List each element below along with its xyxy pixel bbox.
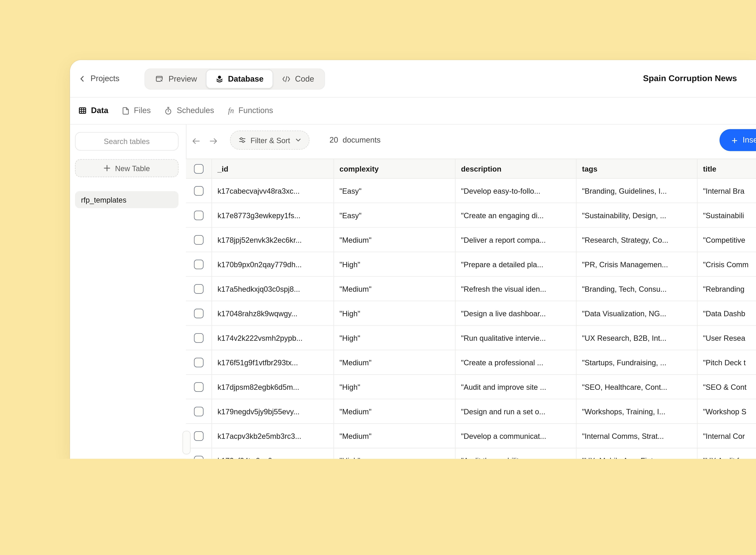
row-checkbox[interactable] xyxy=(186,350,212,374)
cell-description[interactable]: "Deliver a report compa... xyxy=(456,228,576,252)
cell-id[interactable]: k172nf94tw9qv0g... xyxy=(212,448,334,459)
cell-tags[interactable]: "SEO, Healthcare, Cont... xyxy=(576,375,698,399)
cell-tags[interactable]: "UX Research, B2B, Int... xyxy=(576,326,698,350)
cell-id[interactable]: k17djpsm82egbk6d5m... xyxy=(212,375,334,399)
cell-id[interactable]: k17acpv3kb2e5mb3rc3... xyxy=(212,424,334,448)
sidebar-item-rfp-templates[interactable]: rfp_templates xyxy=(75,191,179,208)
row-checkbox[interactable] xyxy=(186,375,212,399)
cell-tags[interactable]: "Startups, Fundraising, ... xyxy=(576,350,698,374)
projects-back-button[interactable]: Projects xyxy=(79,60,119,97)
cell-id[interactable]: k17e8773g3ewkepy1fs... xyxy=(212,203,334,227)
select-all-checkbox[interactable] xyxy=(186,159,212,178)
table-row[interactable]: k174v2k222vsmh2pypb..."High""Run qualita… xyxy=(186,326,756,350)
cell-description[interactable]: "Design a live dashboar... xyxy=(456,301,576,325)
cell-description[interactable]: "Develop a communicat... xyxy=(456,424,576,448)
table-row[interactable]: k17djpsm82egbk6d5m..."High""Audit and im… xyxy=(186,375,756,399)
table-row[interactable]: k176f51g9f1vtfbr293tx..."Medium""Create … xyxy=(186,350,756,375)
cell-complexity[interactable]: "High" xyxy=(334,375,456,399)
new-table-button[interactable]: New Table xyxy=(75,159,179,177)
table-row[interactable]: k170b9px0n2qay779dh..."High""Prepare a d… xyxy=(186,252,756,277)
cell-id[interactable]: k179negdv5jy9bj55evy... xyxy=(212,399,334,423)
cell-title[interactable]: "Crisis Comm xyxy=(698,252,756,276)
cell-title[interactable]: "Competitive xyxy=(698,228,756,252)
cell-complexity[interactable]: "High" xyxy=(334,301,456,325)
row-checkbox[interactable] xyxy=(186,179,212,203)
cell-id[interactable]: k17048rahz8k9wqwgy... xyxy=(212,301,334,325)
cell-tags[interactable]: "Branding, Guidelines, I... xyxy=(576,179,698,203)
search-tables-input[interactable] xyxy=(75,132,179,151)
cell-tags[interactable]: "Sustainability, Design, ... xyxy=(576,203,698,227)
table-row[interactable]: k17e8773g3ewkepy1fs..."Easy""Create an e… xyxy=(186,203,756,228)
cell-title[interactable]: "Internal Cor xyxy=(698,424,756,448)
cell-complexity[interactable]: "High" xyxy=(334,448,456,459)
table-row[interactable]: k172nf94tw9qv0g..."High""Audit the usabi… xyxy=(186,448,756,459)
table-row[interactable]: k17cabecvajvv48ra3xc..."Easy""Develop ea… xyxy=(186,179,756,203)
cell-tags[interactable]: "Branding, Tech, Consu... xyxy=(576,277,698,301)
cell-description[interactable]: "Create a professional ... xyxy=(456,350,576,374)
cell-tags[interactable]: "Internal Comms, Strat... xyxy=(576,424,698,448)
cell-tags[interactable]: "Workshops, Training, I... xyxy=(576,399,698,423)
cell-tags[interactable]: "Research, Strategy, Co... xyxy=(576,228,698,252)
cell-description[interactable]: "Refresh the visual iden... xyxy=(456,277,576,301)
row-checkbox[interactable] xyxy=(186,252,212,276)
cell-complexity[interactable]: "Medium" xyxy=(334,277,456,301)
subnav-item-functions[interactable]: fn Functions xyxy=(228,106,273,115)
cell-id[interactable]: k176f51g9f1vtfbr293tx... xyxy=(212,350,334,374)
cell-complexity[interactable]: "Easy" xyxy=(334,203,456,227)
tab-preview[interactable]: Preview xyxy=(146,71,206,87)
sidebar-resize-handle[interactable] xyxy=(183,431,191,454)
cell-complexity[interactable]: "High" xyxy=(334,252,456,276)
cell-id[interactable]: k178jpj52envk3k2ec6kr... xyxy=(212,228,334,252)
history-back-button[interactable] xyxy=(187,132,204,150)
cell-id[interactable]: k170b9px0n2qay779dh... xyxy=(212,252,334,276)
subnav-item-schedules[interactable]: Schedules xyxy=(165,106,214,115)
cell-description[interactable]: "Develop easy-to-follo... xyxy=(456,179,576,203)
table-row[interactable]: k178jpj52envk3k2ec6kr..."Medium""Deliver… xyxy=(186,228,756,252)
cell-description[interactable]: "Run qualitative intervie... xyxy=(456,326,576,350)
row-checkbox[interactable] xyxy=(186,277,212,301)
table-row[interactable]: k17acpv3kb2e5mb3rc3..."Medium""Develop a… xyxy=(186,424,756,448)
row-checkbox[interactable] xyxy=(186,326,212,350)
cell-id[interactable]: k17cabecvajvv48ra3xc... xyxy=(212,179,334,203)
cell-complexity[interactable]: "Medium" xyxy=(334,350,456,374)
cell-tags[interactable]: "UX, Mobile App, Fint... xyxy=(576,448,698,459)
cell-description[interactable]: "Prepare a detailed pla... xyxy=(456,252,576,276)
cell-title[interactable]: "Workshop S xyxy=(698,399,756,423)
table-row[interactable]: k17048rahz8k9wqwgy..."High""Design a liv… xyxy=(186,301,756,326)
cell-description[interactable]: "Audit the usability o... xyxy=(456,448,576,459)
cell-complexity[interactable]: "Medium" xyxy=(334,399,456,423)
history-forward-button[interactable] xyxy=(205,132,222,150)
cell-tags[interactable]: "PR, Crisis Managemen... xyxy=(576,252,698,276)
row-checkbox[interactable] xyxy=(186,203,212,227)
cell-complexity[interactable]: "Easy" xyxy=(334,179,456,203)
insert-document-button[interactable]: + Insert xyxy=(719,129,756,151)
tab-database[interactable]: Database xyxy=(206,70,273,89)
cell-description[interactable]: "Create an engaging di... xyxy=(456,203,576,227)
table-row[interactable]: k179negdv5jy9bj55evy..."Medium""Design a… xyxy=(186,399,756,424)
subnav-item-data[interactable]: Data xyxy=(79,106,108,115)
cell-title[interactable]: "Sustainabili xyxy=(698,203,756,227)
row-checkbox[interactable] xyxy=(186,228,212,252)
cell-id[interactable]: k174v2k222vsmh2pypb... xyxy=(212,326,334,350)
cell-tags[interactable]: "Data Visualization, NG... xyxy=(576,301,698,325)
cell-description[interactable]: "Design and run a set o... xyxy=(456,399,576,423)
cell-title[interactable]: "User Resea xyxy=(698,326,756,350)
cell-title[interactable]: "UX Audit f xyxy=(698,448,756,459)
cell-title[interactable]: "SEO & Cont xyxy=(698,375,756,399)
content-area: New Table rfp_templates xyxy=(70,124,756,459)
tab-code[interactable]: Code xyxy=(273,71,323,87)
cell-title[interactable]: "Rebranding xyxy=(698,277,756,301)
table-row[interactable]: k17a5hedkxjq03c0spj8..."Medium""Refresh … xyxy=(186,277,756,301)
cell-title[interactable]: "Data Dashb xyxy=(698,301,756,325)
cell-title[interactable]: "Pitch Deck t xyxy=(698,350,756,374)
row-checkbox[interactable] xyxy=(186,399,212,423)
cell-complexity[interactable]: "Medium" xyxy=(334,424,456,448)
cell-complexity[interactable]: "High" xyxy=(334,326,456,350)
subnav-item-files[interactable]: Files xyxy=(122,106,151,115)
cell-id[interactable]: k17a5hedkxjq03c0spj8... xyxy=(212,277,334,301)
filter-sort-button[interactable]: Filter & Sort xyxy=(230,131,310,150)
cell-title[interactable]: "Internal Bra xyxy=(698,179,756,203)
row-checkbox[interactable] xyxy=(186,301,212,325)
cell-description[interactable]: "Audit and improve site ... xyxy=(456,375,576,399)
cell-complexity[interactable]: "Medium" xyxy=(334,228,456,252)
